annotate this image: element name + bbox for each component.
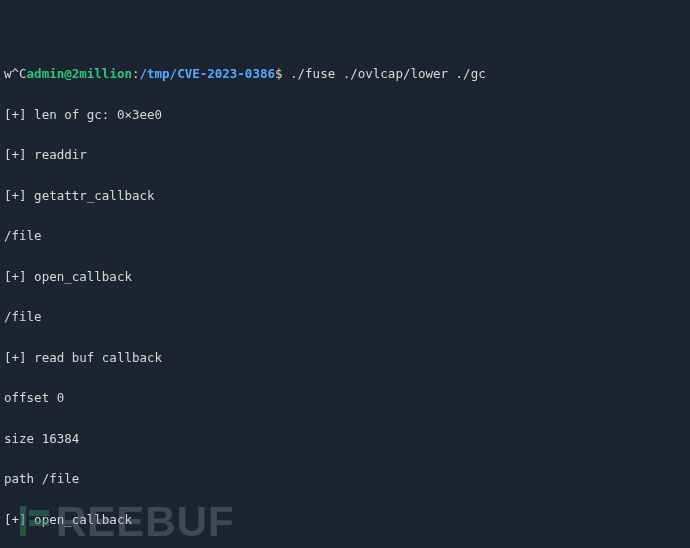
prompt-path: /tmp/CVE-2023-0386 xyxy=(140,66,275,81)
pre-text: w^C xyxy=(4,66,27,81)
output-line: [+] open_callback xyxy=(4,270,686,284)
command-text xyxy=(283,66,291,81)
output-line: path /file xyxy=(4,472,686,486)
prompt-line-1: w^Cadmin@2million:/tmp/CVE-2023-0386$ ./… xyxy=(4,67,686,81)
output-line: [+] len of gc: 0×3ee0 xyxy=(4,108,686,122)
prompt-at: @ xyxy=(64,66,72,81)
prompt-colon: : xyxy=(132,66,140,81)
output-line: /file xyxy=(4,229,686,243)
output-line: [+] open_callback xyxy=(4,513,686,527)
output-line: [+] readdir xyxy=(4,148,686,162)
output-line: size 16384 xyxy=(4,432,686,446)
prompt-symbol: $ xyxy=(275,66,283,81)
output-line: [+] getattr_callback xyxy=(4,189,686,203)
terminal[interactable]: w^Cadmin@2million:/tmp/CVE-2023-0386$ ./… xyxy=(0,0,690,548)
prompt-user: admin xyxy=(27,66,65,81)
output-line: /file xyxy=(4,310,686,324)
prompt-host: 2million xyxy=(72,66,132,81)
output-line: offset 0 xyxy=(4,391,686,405)
command-text: ./fuse ./ovlcap/lower ./gc xyxy=(290,66,486,81)
output-line: [+] read buf callback xyxy=(4,351,686,365)
